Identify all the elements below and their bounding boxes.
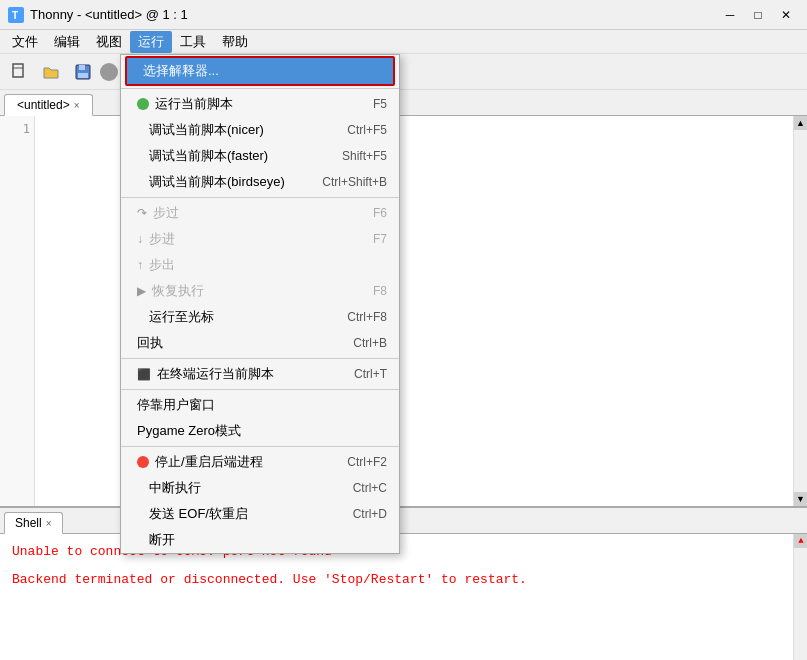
select-interpreter-label: 选择解释器... — [143, 62, 381, 80]
debug-birdseye-label: 调试当前脚本(birdseye) — [137, 173, 302, 191]
window-title: Thonny - <untitled> @ 1 : 1 — [30, 7, 188, 22]
menu-tools[interactable]: 工具 — [172, 31, 214, 53]
shell-line-2: Backend terminated or disconnected. Use … — [12, 570, 795, 590]
debug-birdseye-shortcut: Ctrl+Shift+B — [322, 175, 387, 189]
line-numbers: 1 — [0, 116, 35, 506]
minimize-button[interactable]: ─ — [717, 4, 743, 26]
step-out-label: 步出 — [149, 256, 175, 274]
menu-separator-3 — [121, 358, 399, 359]
step-out-with-icon: ↑ 步出 — [137, 256, 175, 274]
send-eof-shortcut: Ctrl+D — [353, 507, 387, 521]
stop-restart-shortcut: Ctrl+F2 — [347, 455, 387, 469]
resume-debug-icon: ▶ — [137, 284, 146, 298]
menu-item-select-interpreter[interactable]: 选择解释器... — [127, 58, 393, 84]
menu-item-stop-restart[interactable]: 停止/重启后端进程 Ctrl+F2 — [121, 449, 399, 475]
menu-run[interactable]: 运行 — [130, 31, 172, 53]
shell-tab[interactable]: Shell × — [4, 512, 63, 534]
send-eof-label: 发送 EOF/软重启 — [137, 505, 333, 523]
svg-rect-5 — [79, 65, 85, 70]
step-into-shortcut: F7 — [373, 232, 387, 246]
menu-item-debug-nicer[interactable]: 调试当前脚本(nicer) Ctrl+F5 — [121, 117, 399, 143]
pygame-zero-label: Pygame Zero模式 — [137, 422, 387, 440]
run-current-shortcut: F5 — [373, 97, 387, 111]
editor-scrollbar-vertical[interactable]: ▲ ▼ — [793, 116, 807, 506]
line-number-1: 1 — [8, 120, 30, 138]
menu-item-run-to-cursor[interactable]: 运行至光标 Ctrl+F8 — [121, 304, 399, 330]
step-into-with-icon: ↓ 步进 — [137, 230, 175, 248]
editor-tab-untitled[interactable]: <untitled> × — [4, 94, 93, 116]
step-into-label: 步进 — [149, 230, 175, 248]
scrollbar-down-button[interactable]: ▼ — [794, 492, 808, 506]
menu-item-send-eof[interactable]: 发送 EOF/软重启 Ctrl+D — [121, 501, 399, 527]
run-icon — [137, 98, 149, 110]
interrupt-shortcut: Ctrl+C — [353, 481, 387, 495]
run-to-cursor-shortcut: Ctrl+F8 — [347, 310, 387, 324]
menu-item-step-into[interactable]: ↓ 步进 F7 — [121, 226, 399, 252]
scrollbar-up-button[interactable]: ▲ — [794, 116, 808, 130]
menu-help[interactable]: 帮助 — [214, 31, 256, 53]
menu-item-step-over[interactable]: ↷ 步过 F6 — [121, 200, 399, 226]
menu-item-run-in-terminal[interactable]: ⬛ 在终端运行当前脚本 Ctrl+T — [121, 361, 399, 387]
shell-scrollbar-up[interactable]: ▲ — [794, 534, 807, 548]
window-controls: ─ □ ✕ — [717, 4, 799, 26]
debug-nicer-label: 调试当前脚本(nicer) — [137, 121, 327, 139]
maximize-button[interactable]: □ — [745, 4, 771, 26]
step-out-debug-icon: ↑ — [137, 258, 143, 272]
menu-separator-1 — [121, 88, 399, 89]
title-bar: T Thonny - <untitled> @ 1 : 1 ─ □ ✕ — [0, 0, 807, 30]
disconnect-label: 断开 — [137, 531, 387, 549]
title-bar-left: T Thonny - <untitled> @ 1 : 1 — [8, 7, 188, 23]
menu-item-resume[interactable]: ▶ 恢复执行 F8 — [121, 278, 399, 304]
step-over-shortcut: F6 — [373, 206, 387, 220]
svg-text:T: T — [12, 10, 18, 21]
interrupt-label: 中断执行 — [137, 479, 333, 497]
editor-tab-label: <untitled> — [17, 98, 70, 112]
menu-edit[interactable]: 编辑 — [46, 31, 88, 53]
status-indicator — [100, 63, 118, 81]
rollback-label: 回执 — [137, 334, 333, 352]
shell-tab-close[interactable]: × — [46, 518, 52, 529]
svg-rect-2 — [13, 64, 23, 77]
menu-item-run-current[interactable]: 运行当前脚本 F5 — [121, 91, 399, 117]
debug-faster-label: 调试当前脚本(faster) — [137, 147, 322, 165]
stop-restart-label: 停止/重启后端进程 — [155, 453, 263, 471]
close-button[interactable]: ✕ — [773, 4, 799, 26]
step-into-debug-icon: ↓ — [137, 232, 143, 246]
menu-item-debug-faster[interactable]: 调试当前脚本(faster) Shift+F5 — [121, 143, 399, 169]
menu-bar: 文件 编辑 视图 运行 工具 帮助 — [0, 30, 807, 54]
menu-separator-5 — [121, 446, 399, 447]
menu-view[interactable]: 视图 — [88, 31, 130, 53]
menu-item-interrupt[interactable]: 中断执行 Ctrl+C — [121, 475, 399, 501]
menu-item-debug-birdseye[interactable]: 调试当前脚本(birdseye) Ctrl+Shift+B — [121, 169, 399, 195]
shell-scrollbar-vertical[interactable]: ▲ ▼ — [793, 534, 807, 660]
resume-with-icon: ▶ 恢复执行 — [137, 282, 204, 300]
run-in-terminal-with-icon: ⬛ 在终端运行当前脚本 — [137, 365, 274, 383]
menu-item-pygame-zero[interactable]: Pygame Zero模式 — [121, 418, 399, 444]
resume-label: 恢复执行 — [152, 282, 204, 300]
stop-icon — [137, 456, 149, 468]
editor-tab-close[interactable]: × — [74, 100, 80, 111]
run-current-with-icon: 运行当前脚本 — [137, 95, 233, 113]
stop-window-label: 停靠用户窗口 — [137, 396, 387, 414]
step-over-label: 步过 — [153, 204, 179, 222]
open-file-button[interactable] — [36, 58, 66, 86]
run-in-terminal-shortcut: Ctrl+T — [354, 367, 387, 381]
shell-tab-label: Shell — [15, 516, 42, 530]
menu-item-rollback[interactable]: 回执 Ctrl+B — [121, 330, 399, 356]
select-interpreter-outline: 选择解释器... — [125, 56, 395, 86]
app-icon: T — [8, 7, 24, 23]
run-in-terminal-label: 在终端运行当前脚本 — [157, 365, 274, 383]
run-dropdown-menu: 选择解释器... 运行当前脚本 F5 调试当前脚本(nicer) Ctrl+F5… — [120, 54, 400, 554]
run-to-cursor-label: 运行至光标 — [137, 308, 327, 326]
step-over-with-icon: ↷ 步过 — [137, 204, 179, 222]
menu-item-stop-window[interactable]: 停靠用户窗口 — [121, 392, 399, 418]
rollback-shortcut: Ctrl+B — [353, 336, 387, 350]
new-file-button[interactable] — [4, 58, 34, 86]
scrollbar-track[interactable] — [794, 130, 807, 492]
menu-file[interactable]: 文件 — [4, 31, 46, 53]
debug-faster-shortcut: Shift+F5 — [342, 149, 387, 163]
menu-item-step-out[interactable]: ↑ 步出 — [121, 252, 399, 278]
menu-item-disconnect[interactable]: 断开 — [121, 527, 399, 553]
save-file-button[interactable] — [68, 58, 98, 86]
svg-rect-6 — [78, 73, 88, 78]
